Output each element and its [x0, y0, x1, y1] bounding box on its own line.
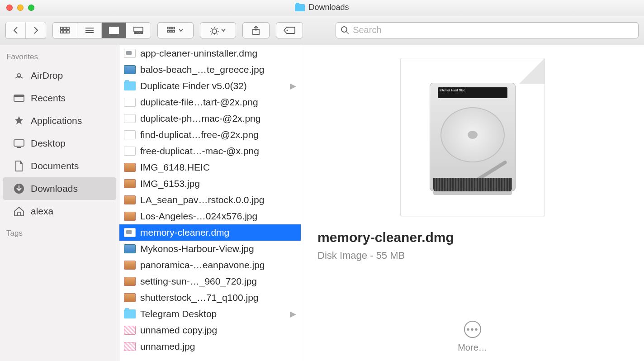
svg-rect-1	[64, 27, 66, 29]
file-name: duplicate-ph…mac-@2x.png	[140, 113, 260, 124]
sidebar-item-alexa[interactable]: alexa	[3, 200, 116, 223]
file-name: Telegram Desktop	[140, 309, 217, 319]
file-thumb-icon	[124, 65, 136, 74]
downloads-icon	[13, 182, 25, 195]
sidebar-item-label: Downloads	[31, 183, 78, 194]
forward-button[interactable]	[26, 22, 46, 38]
search-icon	[341, 26, 349, 35]
file-name: LA_sean_pav…rstock.0.0.jpg	[140, 195, 264, 205]
svg-line-28	[211, 28, 212, 29]
preview-panel: Internal Hard Disc memory-cleaner.dmg Di…	[301, 45, 644, 361]
file-name: memory-cleaner.dmg	[140, 227, 229, 238]
file-thumb-icon	[124, 49, 136, 58]
file-thumb-icon	[124, 114, 136, 123]
back-button[interactable]	[6, 22, 26, 38]
svg-line-36	[346, 32, 349, 34]
file-name: shutterstock_…71_q100.jpg	[140, 292, 259, 303]
home-icon	[13, 205, 25, 218]
svg-rect-19	[173, 27, 175, 29]
file-thumb-icon	[124, 244, 136, 253]
preview-thumbnail: Internal Hard Disc	[400, 58, 545, 216]
sidebar-item-desktop[interactable]: Desktop	[3, 132, 116, 155]
desktop-icon	[13, 137, 25, 150]
list-view-button[interactable]	[77, 23, 102, 38]
file-row[interactable]: find-duplicat…free-@2x.png	[119, 127, 301, 143]
svg-point-23	[212, 29, 217, 33]
sidebar-item-label: Applications	[31, 115, 82, 126]
file-row[interactable]: setting-sun-…_960_720.jpg	[119, 273, 301, 290]
sidebar-item-downloads[interactable]: Downloads	[3, 177, 116, 200]
file-name: balos-beach_…te_greece.jpg	[140, 64, 264, 75]
title-bar: Downloads	[0, 0, 644, 15]
window-title-group: Downloads	[0, 3, 644, 12]
zoom-window-button[interactable]	[28, 5, 34, 11]
file-row[interactable]: memory-cleaner.dmg	[119, 224, 301, 241]
view-mode-segmented	[52, 22, 151, 38]
sidebar-item-documents[interactable]: Documents	[3, 155, 116, 177]
file-row[interactable]: duplicate-file…tart-@2x.png	[119, 94, 301, 110]
file-row[interactable]: panoramica-…eanpavone.jpg	[119, 257, 301, 273]
share-button[interactable]	[242, 22, 270, 38]
file-thumb-icon	[124, 261, 136, 270]
navigation-buttons	[5, 22, 46, 39]
svg-rect-13	[134, 32, 136, 33]
file-row[interactable]: Mykonos-Harbour-View.jpg	[119, 241, 301, 257]
search-field[interactable]	[336, 22, 639, 38]
file-thumb-icon	[124, 81, 136, 90]
more-button[interactable]: •••	[464, 321, 481, 338]
file-thumb-icon	[124, 195, 136, 204]
search-input[interactable]	[353, 25, 634, 35]
column-view-button[interactable]	[102, 23, 126, 38]
svg-rect-39	[14, 95, 24, 97]
svg-rect-3	[61, 31, 63, 33]
close-window-button[interactable]	[6, 5, 13, 11]
sidebar-item-recents[interactable]: Recents	[3, 87, 116, 109]
svg-rect-12	[134, 27, 143, 31]
airdrop-icon	[13, 69, 25, 82]
file-row[interactable]: Duplicate Finder v5.0(32)▶	[119, 78, 301, 94]
file-name: find-duplicat…free-@2x.png	[140, 129, 259, 140]
file-row[interactable]: shutterstock_…71_q100.jpg	[119, 290, 301, 306]
file-list-column[interactable]: app-cleaner-uninstaller.dmgbalos-beach_……	[119, 45, 301, 361]
sidebar-item-label: Desktop	[31, 138, 66, 149]
file-row[interactable]: duplicate-ph…mac-@2x.png	[119, 110, 301, 127]
file-row[interactable]: IMG_6148.HEIC	[119, 159, 301, 176]
file-thumb-icon	[124, 130, 136, 139]
file-row[interactable]: app-cleaner-uninstaller.dmg	[119, 45, 301, 62]
svg-point-34	[286, 29, 288, 31]
sidebar-item-label: AirDrop	[31, 70, 63, 81]
documents-icon	[13, 160, 25, 172]
file-name: unnamed.jpg	[140, 341, 195, 352]
applications-icon	[13, 114, 25, 127]
arrange-dropdown[interactable]	[157, 22, 194, 38]
file-name: setting-sun-…_960_720.jpg	[140, 276, 257, 287]
finder-window: Downloads	[0, 0, 644, 361]
preview-subtitle: Disk Image - 55 MB	[317, 250, 405, 261]
chevron-right-icon: ▶	[290, 309, 296, 319]
icon-view-button[interactable]	[53, 23, 77, 38]
svg-rect-2	[67, 27, 69, 29]
file-row[interactable]: Telegram Desktop▶	[119, 306, 301, 322]
svg-rect-43	[18, 212, 20, 216]
file-row[interactable]: IMG_6153.jpg	[119, 176, 301, 192]
file-row[interactable]: balos-beach_…te_greece.jpg	[119, 62, 301, 78]
file-row[interactable]: Los-Angeles-…024x576.jpg	[119, 208, 301, 224]
action-dropdown[interactable]	[200, 22, 236, 38]
file-thumb-icon	[124, 326, 136, 335]
sidebar-item-applications[interactable]: Applications	[3, 109, 116, 132]
more-label: More…	[458, 342, 488, 353]
recents-icon	[13, 92, 25, 104]
folder-icon	[295, 4, 305, 11]
chevron-right-icon: ▶	[290, 81, 296, 91]
gallery-view-button[interactable]	[126, 23, 151, 38]
file-row[interactable]: unnamed copy.jpg	[119, 322, 301, 338]
file-row[interactable]: free-duplicat…-mac-@x.png	[119, 143, 301, 159]
sidebar-item-airdrop[interactable]: AirDrop	[3, 64, 116, 87]
file-row[interactable]: LA_sean_pav…rstock.0.0.jpg	[119, 192, 301, 208]
minimize-window-button[interactable]	[17, 5, 24, 11]
file-name: panoramica-…eanpavone.jpg	[140, 260, 265, 271]
preview-filename: memory-cleaner.dmg	[317, 230, 454, 245]
svg-rect-20	[167, 30, 169, 32]
file-row[interactable]: unnamed.jpg	[119, 338, 301, 355]
tags-button[interactable]	[276, 22, 303, 38]
